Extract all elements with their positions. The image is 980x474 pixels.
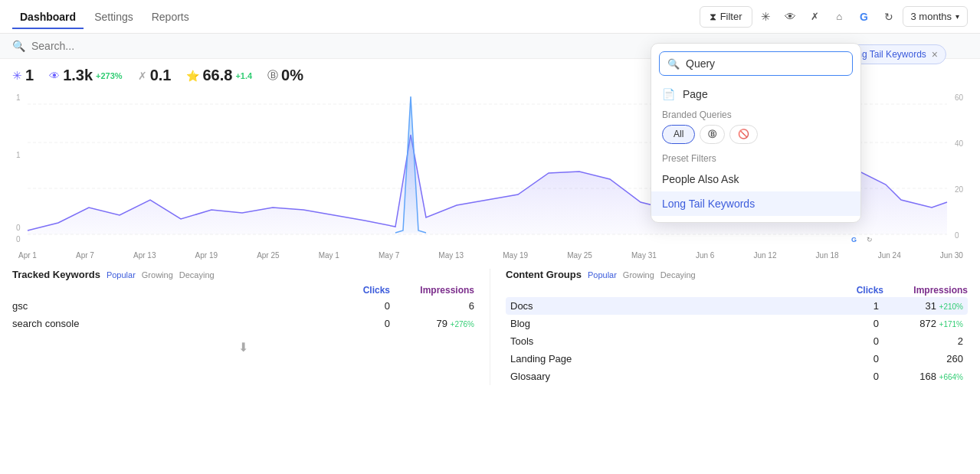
svg-text:40: 40 [955, 139, 964, 148]
cg-row-tools-name: Tools [510, 335, 825, 347]
cg-row-blog-clicks: 0 [825, 318, 879, 329]
cg-row-landing-clicks: 0 [825, 353, 879, 364]
impressions-value: 1.3k [63, 67, 93, 84]
cg-row-glosaary-name: Glosaary [510, 371, 825, 382]
google-icon: G [854, 6, 875, 28]
period-label: 3 months [911, 11, 952, 22]
tk-row-sc-clicks: 0 [336, 318, 390, 329]
filter-icon: ⧗ [710, 11, 716, 23]
page-doc-icon: 📄 [662, 88, 675, 100]
cg-row-blog-name: Blog [510, 318, 825, 329]
cg-clicks-header[interactable]: Clicks [830, 285, 883, 296]
content-groups-title: Content Groups [506, 269, 582, 280]
branded-value: 0% [281, 67, 303, 84]
cg-row-blog: Blog 0 872 +171% [506, 315, 968, 332]
cg-filter-growing[interactable]: Growing [623, 270, 654, 279]
eye-icon[interactable]: 👁 [780, 6, 801, 28]
clicks-value: 1 [25, 67, 34, 84]
filter-label: Filter [720, 11, 742, 22]
dropdown-page-option[interactable]: 📄 Page [651, 82, 860, 106]
cg-row-glosaary: Glosaary 0 168 +664% [506, 368, 968, 385]
svg-text:1: 1 [16, 93, 21, 102]
refresh-icon[interactable]: ↻ [878, 6, 900, 28]
tk-row-sc-name: search console [12, 318, 336, 329]
tk-filter-decaying[interactable]: Decaying [179, 270, 215, 279]
branded-metric: Ⓑ 0% [267, 67, 303, 84]
tracked-keywords-section: Tracked Keywords Popular Growing Decayin… [12, 269, 490, 385]
cg-row-landing: Landing Page 0 260 [506, 350, 968, 368]
impressions-metric: 👁 1.3k +273% [49, 67, 123, 84]
tk-impressions-header[interactable]: Impressions [390, 285, 474, 296]
bq-branded-button[interactable]: Ⓑ [700, 125, 725, 144]
top-nav: Dashboard Settings Reports ⧗ Filter ✳ 👁 … [0, 0, 980, 34]
impressions-change: +273% [96, 71, 123, 80]
cg-row-tools-clicks: 0 [825, 335, 879, 347]
ctr-icon: ✗ [138, 70, 147, 82]
tk-row-gsc-clicks: 0 [336, 300, 390, 312]
clicks-metric: ✳ 1 [12, 67, 34, 84]
content-groups-header: Content Groups Popular Growing Decaying [506, 269, 968, 280]
tk-row-search-console: search console 0 79 +276% [12, 315, 474, 332]
bq-all-button[interactable]: All [662, 125, 695, 144]
impressions-icon: 👁 [49, 70, 60, 82]
tab-reports[interactable]: Reports [144, 6, 197, 29]
svg-text:0: 0 [16, 235, 21, 244]
branded-icon: Ⓑ [267, 69, 278, 83]
preset-filters-label: Preset Filters [651, 150, 860, 167]
tk-row-gsc-impressions: 6 [390, 300, 474, 312]
position-value: 66.8 [202, 67, 232, 84]
tk-filter-popular[interactable]: Popular [107, 270, 136, 279]
cg-row-glosaary-impressions: 168 +664% [879, 371, 963, 382]
filter-dropdown: 🔍 📄 Page Branded Queries All Ⓑ 🚫 Preset … [651, 43, 861, 223]
position-metric: ⭐ 66.8 +1.4 [186, 67, 252, 84]
sparkle-icon[interactable]: ✳ [755, 6, 777, 28]
bookmark-icon[interactable]: ⌂ [829, 6, 851, 28]
bottom-section: Tracked Keywords Popular Growing Decayin… [0, 263, 980, 385]
cg-row-glosaary-clicks: 0 [825, 371, 879, 382]
svg-text:0: 0 [16, 224, 21, 232]
cg-row-docs-name: Docs [510, 300, 825, 312]
branded-queries-buttons: All Ⓑ 🚫 [662, 125, 850, 144]
period-selector[interactable]: 3 months ▾ [903, 6, 968, 27]
tracked-keywords-header: Tracked Keywords Popular Growing Decayin… [12, 269, 474, 280]
tk-clicks-header[interactable]: Clicks [336, 285, 390, 296]
tk-row-sc-impressions: 79 +276% [390, 318, 474, 329]
preset-long-tail-keywords[interactable]: Long Tail Keywords [651, 191, 860, 216]
cg-row-tools-impressions: 2 [879, 335, 963, 347]
cg-filter-decaying[interactable]: Decaying [660, 270, 696, 279]
content-groups-section: Content Groups Popular Growing Decaying … [490, 269, 968, 385]
tk-row-gsc: gsc 0 6 [12, 297, 474, 315]
position-icon: ⭐ [186, 70, 199, 82]
active-filter-close-icon[interactable]: × [932, 48, 938, 60]
preset-people-also-ask[interactable]: People Also Ask [651, 167, 860, 191]
tk-filter-growing[interactable]: Growing [142, 270, 173, 279]
period-arrow-icon: ▾ [955, 12, 959, 21]
tab-dashboard[interactable]: Dashboard [12, 6, 84, 29]
svg-text:0: 0 [955, 231, 959, 240]
tk-row-gsc-name: gsc [12, 300, 336, 312]
cg-filter-popular[interactable]: Popular [588, 270, 617, 279]
tracked-keywords-col-headers: Clicks Impressions [12, 285, 474, 296]
tab-settings[interactable]: Settings [87, 6, 141, 29]
branded-queries-section: Branded Queries All Ⓑ 🚫 [651, 106, 860, 150]
ctr-value: 0.1 [150, 67, 172, 84]
svg-text:G: G [851, 236, 857, 244]
filter-button[interactable]: ⧗ Filter [700, 6, 752, 28]
dropdown-search-input[interactable] [686, 57, 844, 70]
dropdown-search-icon: 🔍 [667, 58, 680, 70]
cg-row-landing-name: Landing Page [510, 353, 825, 364]
branded-queries-label: Branded Queries [662, 110, 850, 120]
cg-impressions-header[interactable]: Impressions [883, 285, 968, 296]
cg-row-docs-impressions: 31 +210% [879, 300, 963, 312]
tracked-keywords-title: Tracked Keywords [12, 269, 100, 280]
search-icon: 🔍 [12, 40, 25, 52]
bq-unbranded-button[interactable]: 🚫 [729, 125, 758, 144]
svg-text:60: 60 [955, 93, 964, 102]
download-icon[interactable]: ⬇ [12, 332, 474, 362]
cg-row-tools: Tools 0 2 [506, 332, 968, 350]
percent-icon[interactable]: ✗ [805, 6, 826, 28]
content-groups-col-headers: Clicks Impressions [506, 285, 968, 296]
svg-text:20: 20 [955, 185, 964, 194]
cg-row-blog-impressions: 872 +171% [879, 318, 963, 329]
svg-text:↻: ↻ [867, 236, 873, 244]
